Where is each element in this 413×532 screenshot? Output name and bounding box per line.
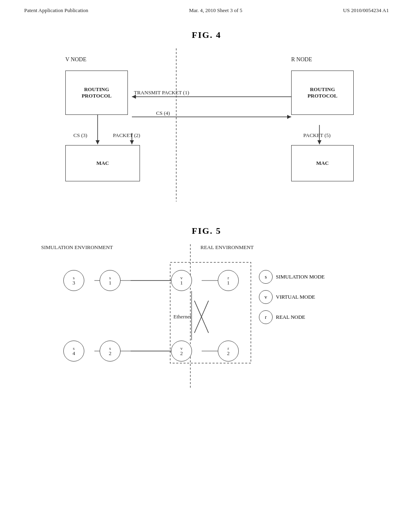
fig5-label: FIG. 5 — [24, 226, 389, 236]
node-s3: s 3 — [63, 270, 84, 291]
node-r2: r 2 — [218, 341, 239, 362]
fig5-section: FIG. 5 — [0, 226, 413, 393]
svg-marker-6 — [96, 140, 100, 144]
node-s1: s 1 — [100, 270, 121, 291]
fig4-label: FIG. 4 — [32, 30, 381, 40]
node-r1: r 1 — [218, 270, 239, 291]
rnode-mac-box: MAC — [291, 145, 354, 181]
legend-virtual: v VIRTUAL MODE — [259, 290, 325, 304]
real-env-label: REAL ENVIRONMENT — [200, 244, 254, 251]
sim-env-label: SIMULATION ENVIRONMENT — [41, 244, 113, 251]
cs4-label: CS (4) — [156, 110, 170, 116]
transmit-packet-label: TRANSMIT PACKET (1) — [134, 89, 189, 96]
legend-simulation: s SIMULATION MODE — [259, 270, 325, 284]
svg-line-20 — [194, 301, 209, 333]
legend-real-label: REAL NODE — [276, 314, 305, 320]
node-v1: v 1 — [171, 270, 192, 291]
node-s4: s 4 — [63, 341, 84, 362]
vnode-mac-box: MAC — [65, 145, 140, 181]
fig5-diagram: SIMULATION ENVIRONMENT REAL ENVIRONMENT … — [33, 240, 380, 393]
svg-line-21 — [194, 301, 209, 333]
ethernet-label: Ethernet — [173, 314, 191, 320]
legend-v-circle: v — [259, 290, 273, 304]
page-header: Patent Application Publication Mar. 4, 2… — [0, 0, 413, 14]
vnode-label: V NODE — [65, 56, 86, 63]
fig5-svg — [33, 240, 380, 393]
packet2-label: PACKET (2) — [113, 132, 140, 139]
legend-area: s SIMULATION MODE v VIRTUAL MODE r REAL … — [259, 270, 325, 330]
cs3-label: CS (3) — [73, 132, 87, 139]
header-center: Mar. 4, 2010 Sheet 3 of 5 — [189, 7, 242, 14]
fig4-diagram: V NODE R NODE TRANSMIT PACKET (1) CS (4)… — [53, 44, 360, 206]
svg-marker-10 — [317, 140, 321, 144]
node-v2: v 2 — [171, 341, 192, 362]
fig4-svg — [53, 44, 360, 206]
legend-r-circle: r — [259, 310, 273, 324]
svg-marker-4 — [287, 115, 291, 119]
packet5-label: PACKET (5) — [303, 132, 331, 139]
header-left: Patent Application Publication — [24, 7, 88, 14]
rnode-routing-box: ROUTING PROTOCOL — [291, 71, 354, 115]
node-s2: s 2 — [100, 341, 121, 362]
fig4-section: FIG. 4 V NODE — [0, 30, 413, 206]
vnode-routing-box: ROUTING PROTOCOL — [65, 71, 128, 115]
legend-virtual-label: VIRTUAL MODE — [276, 294, 315, 300]
legend-simulation-label: SIMULATION MODE — [276, 274, 325, 280]
header-right: US 2010/0054234 A1 — [343, 7, 389, 14]
legend-s-circle: s — [259, 270, 273, 284]
svg-marker-8 — [130, 140, 134, 144]
rnode-label: R NODE — [291, 56, 312, 63]
legend-real: r REAL NODE — [259, 310, 325, 324]
